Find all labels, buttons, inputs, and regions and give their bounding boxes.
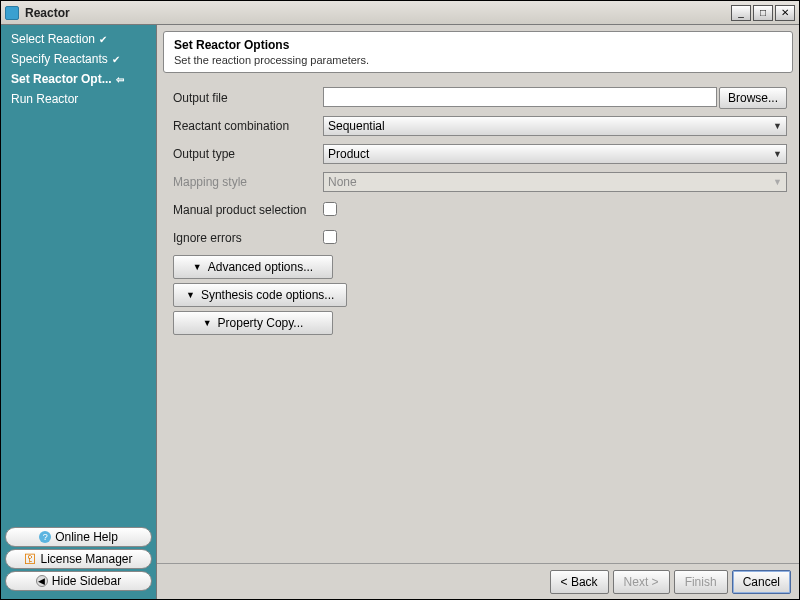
wizard-footer: < Back Next > Finish Cancel (157, 563, 799, 599)
page-subtitle: Set the reaction processing parameters. (174, 54, 782, 66)
property-copy-button[interactable]: ▼ Property Copy... (173, 311, 333, 335)
license-manager-button[interactable]: ⚿ License Manager (5, 549, 152, 569)
row-output-type: Output type Product ▼ (173, 141, 787, 167)
output-type-select[interactable]: Product ▼ (323, 144, 787, 164)
triangle-down-icon: ▼ (193, 262, 202, 272)
key-icon: ⚿ (24, 553, 36, 565)
mapping-style-value: None (328, 175, 357, 189)
output-type-label: Output type (173, 147, 323, 161)
main-panel: Set Reactor Options Set the reaction pro… (157, 25, 799, 599)
collapse-icon: ◀ (36, 575, 48, 587)
advanced-options-label: Advanced options... (208, 260, 313, 274)
titlebar: Reactor _ □ ✕ (1, 1, 799, 25)
sidebar-item-select-reaction[interactable]: Select Reaction ✔ (1, 29, 156, 49)
online-help-button[interactable]: ? Online Help (5, 527, 152, 547)
body: Select Reaction ✔ Specify Reactants ✔ Se… (1, 25, 799, 599)
row-reactant-combination: Reactant combination Sequential ▼ (173, 113, 787, 139)
ignore-errors-label: Ignore errors (173, 231, 323, 245)
back-button[interactable]: < Back (550, 570, 609, 594)
row-output-file: Output file Browse... (173, 85, 787, 111)
cancel-button[interactable]: Cancel (732, 570, 791, 594)
online-help-label: Online Help (55, 530, 118, 544)
sidebar-buttons: ? Online Help ⚿ License Manager ◀ Hide S… (1, 523, 156, 595)
reactant-combination-label: Reactant combination (173, 119, 323, 133)
sidebar-item-label: Specify Reactants (11, 52, 108, 66)
sidebar-item-set-reactor-options[interactable]: Set Reactor Opt... ⇦ (1, 69, 156, 89)
advanced-options-button[interactable]: ▼ Advanced options... (173, 255, 333, 279)
sidebar-item-label: Select Reaction (11, 32, 95, 46)
maximize-button[interactable]: □ (753, 5, 773, 21)
synthesis-code-options-label: Synthesis code options... (201, 288, 334, 302)
app-window: Reactor _ □ ✕ Select Reaction ✔ Specify … (0, 0, 800, 600)
sidebar-item-label: Run Reactor (11, 92, 78, 106)
minimize-button[interactable]: _ (731, 5, 751, 21)
row-ignore-errors: Ignore errors (173, 225, 787, 251)
hide-sidebar-button[interactable]: ◀ Hide Sidebar (5, 571, 152, 591)
property-copy-label: Property Copy... (218, 316, 304, 330)
manual-selection-label: Manual product selection (173, 203, 323, 217)
mapping-style-select: None ▼ (323, 172, 787, 192)
reactant-combination-value: Sequential (328, 119, 385, 133)
check-icon: ✔ (112, 54, 120, 65)
triangle-down-icon: ▼ (186, 290, 195, 300)
ignore-errors-checkbox[interactable] (323, 230, 337, 244)
sidebar-spacer (1, 109, 156, 523)
output-type-value: Product (328, 147, 369, 161)
window-buttons: _ □ ✕ (731, 5, 795, 21)
form-area: Output file Browse... Reactant combinati… (157, 77, 799, 563)
sidebar: Select Reaction ✔ Specify Reactants ✔ Se… (1, 25, 157, 599)
page-header: Set Reactor Options Set the reaction pro… (163, 31, 793, 73)
reactant-combination-select[interactable]: Sequential ▼ (323, 116, 787, 136)
row-mapping-style: Mapping style None ▼ (173, 169, 787, 195)
app-title: Reactor (25, 6, 731, 20)
sidebar-item-specify-reactants[interactable]: Specify Reactants ✔ (1, 49, 156, 69)
next-button: Next > (613, 570, 670, 594)
help-icon: ? (39, 531, 51, 543)
chevron-down-icon: ▼ (773, 121, 782, 131)
sidebar-item-run-reactor[interactable]: Run Reactor (1, 89, 156, 109)
chevron-down-icon: ▼ (773, 177, 782, 187)
browse-button[interactable]: Browse... (719, 87, 787, 109)
triangle-down-icon: ▼ (203, 318, 212, 328)
output-file-input[interactable] (323, 87, 717, 107)
output-file-label: Output file (173, 91, 323, 105)
synthesis-code-options-button[interactable]: ▼ Synthesis code options... (173, 283, 347, 307)
page-title: Set Reactor Options (174, 38, 782, 52)
check-icon: ✔ (99, 34, 107, 45)
license-manager-label: License Manager (40, 552, 132, 566)
hide-sidebar-label: Hide Sidebar (52, 574, 121, 588)
row-manual-selection: Manual product selection (173, 197, 787, 223)
mapping-style-label: Mapping style (173, 175, 323, 189)
finish-button: Finish (674, 570, 728, 594)
manual-selection-checkbox[interactable] (323, 202, 337, 216)
sidebar-item-label: Set Reactor Opt... (11, 72, 112, 86)
chevron-down-icon: ▼ (773, 149, 782, 159)
app-icon (5, 6, 19, 20)
current-step-icon: ⇦ (116, 74, 124, 85)
close-button[interactable]: ✕ (775, 5, 795, 21)
